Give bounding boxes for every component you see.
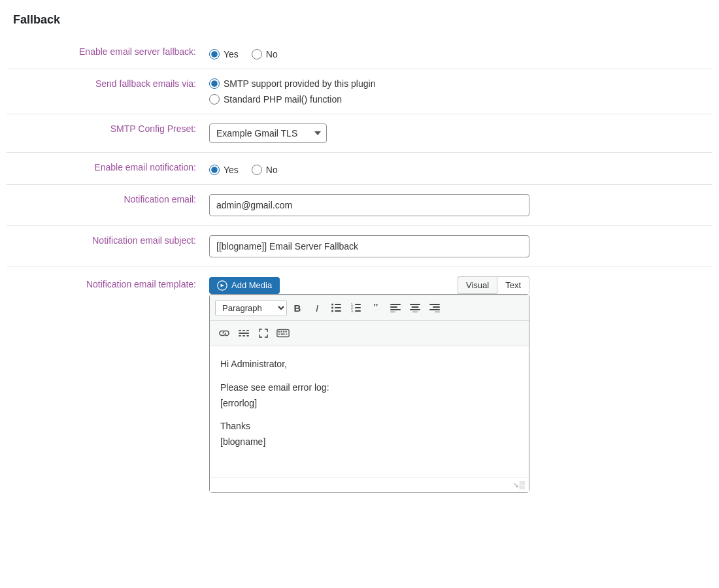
enable-fallback-no-radio[interactable] bbox=[252, 49, 262, 59]
svg-rect-16 bbox=[390, 312, 395, 312]
svg-rect-22 bbox=[433, 306, 440, 308]
enable-notification-label: Enable email notification: bbox=[94, 162, 196, 172]
enable-notification-yes-radio[interactable] bbox=[209, 165, 220, 175]
send-via-php[interactable]: Standard PHP mail() function bbox=[209, 94, 706, 105]
enable-fallback-yes[interactable]: Yes bbox=[209, 49, 239, 59]
content-line-1: Please see email error log:[errorlog] bbox=[220, 380, 518, 412]
enable-fallback-yes-label: Yes bbox=[224, 49, 239, 59]
send-via-group: SMTP support provided by this plugin Sta… bbox=[209, 78, 706, 105]
svg-rect-37 bbox=[278, 333, 280, 335]
editor-content[interactable]: Hi Administrator, Please see email error… bbox=[210, 346, 529, 477]
notification-email-input[interactable] bbox=[209, 194, 529, 216]
ul-icon bbox=[331, 303, 342, 312]
svg-rect-14 bbox=[390, 306, 397, 308]
notification-subject-label: Notification email subject: bbox=[92, 235, 196, 246]
notification-subject-input[interactable] bbox=[209, 235, 529, 257]
send-via-smtp[interactable]: SMTP support provided by this plugin bbox=[209, 78, 706, 89]
smtp-preset-select[interactable]: Example Gmail TLS bbox=[209, 123, 327, 143]
svg-rect-24 bbox=[435, 312, 440, 312]
toolbar-row1: Paragraph B I bbox=[210, 295, 529, 321]
ordered-list-button[interactable]: 1. 2. 3. bbox=[347, 299, 365, 316]
svg-rect-15 bbox=[390, 309, 401, 310]
svg-rect-27 bbox=[246, 330, 249, 331]
svg-rect-33 bbox=[278, 331, 280, 333]
link-icon bbox=[219, 329, 229, 338]
keyboard-icon bbox=[276, 329, 290, 338]
notification-template-row: Notification email template: Add Media V… bbox=[7, 267, 712, 502]
svg-rect-35 bbox=[283, 331, 284, 333]
align-left-icon bbox=[390, 303, 401, 312]
fullscreen-icon bbox=[258, 329, 269, 338]
link-button[interactable] bbox=[215, 325, 233, 342]
enable-notification-yes[interactable]: Yes bbox=[209, 165, 239, 175]
media-icon bbox=[217, 280, 227, 291]
send-via-php-label: Standard PHP mail() function bbox=[224, 94, 342, 105]
content-line-0: Hi Administrator, bbox=[220, 357, 518, 372]
svg-rect-18 bbox=[412, 306, 419, 308]
svg-rect-19 bbox=[410, 309, 420, 310]
enable-fallback-yes-radio[interactable] bbox=[209, 49, 220, 59]
send-via-row: Send fallback emails via: SMTP support p… bbox=[7, 69, 712, 114]
svg-rect-17 bbox=[410, 304, 420, 305]
svg-point-3 bbox=[331, 307, 333, 309]
svg-rect-32 bbox=[277, 330, 289, 337]
align-left-button[interactable] bbox=[386, 299, 405, 316]
svg-rect-23 bbox=[429, 309, 440, 310]
tab-text[interactable]: Text bbox=[497, 276, 529, 294]
smtp-preset-row: SMTP Config Preset: Example Gmail TLS bbox=[7, 114, 712, 153]
enable-notification-row: Enable email notification: Yes No bbox=[7, 153, 712, 185]
notification-email-row: Notification email: bbox=[7, 185, 712, 226]
svg-rect-31 bbox=[246, 335, 249, 336]
send-via-smtp-radio[interactable] bbox=[209, 78, 220, 89]
fullscreen-button[interactable] bbox=[254, 325, 273, 342]
add-media-label: Add Media bbox=[231, 280, 272, 290]
add-media-button[interactable]: Add Media bbox=[209, 277, 280, 294]
resize-handle[interactable]: ↘▒ bbox=[210, 477, 529, 492]
paragraph-select[interactable]: Paragraph bbox=[215, 300, 287, 316]
smtp-preset-label: SMTP Config Preset: bbox=[110, 123, 196, 134]
settings-form: Enable email server fallback: Yes No Sen… bbox=[7, 37, 712, 502]
enable-notification-no[interactable]: No bbox=[252, 165, 278, 175]
enable-fallback-no[interactable]: No bbox=[252, 49, 278, 59]
toolbar-row2 bbox=[210, 321, 529, 346]
svg-rect-26 bbox=[242, 330, 245, 331]
svg-rect-12 bbox=[355, 310, 361, 312]
svg-text:3.: 3. bbox=[351, 309, 354, 312]
blockquote-button[interactable]: " bbox=[367, 299, 385, 316]
page-title: Fallback bbox=[7, 13, 712, 27]
enable-fallback-row: Enable email server fallback: Yes No bbox=[7, 37, 712, 69]
enable-notification-group: Yes No bbox=[209, 162, 706, 175]
svg-rect-38 bbox=[280, 333, 284, 335]
send-via-label: Send fallback emails via: bbox=[95, 78, 196, 89]
enable-fallback-no-label: No bbox=[266, 49, 278, 59]
bold-button[interactable]: B bbox=[288, 299, 307, 316]
hr-button[interactable] bbox=[235, 325, 253, 342]
unordered-list-button[interactable] bbox=[327, 299, 346, 316]
svg-point-1 bbox=[331, 304, 333, 306]
send-via-php-radio[interactable] bbox=[209, 94, 220, 105]
svg-rect-6 bbox=[335, 310, 341, 312]
enable-notification-no-radio[interactable] bbox=[252, 165, 262, 175]
svg-rect-4 bbox=[335, 307, 341, 308]
ol-icon: 1. 2. 3. bbox=[351, 303, 361, 312]
svg-rect-10 bbox=[355, 307, 361, 308]
align-center-icon bbox=[410, 303, 420, 312]
svg-rect-8 bbox=[355, 304, 361, 305]
notification-subject-row: Notification email subject: bbox=[7, 226, 712, 267]
svg-rect-2 bbox=[335, 304, 341, 305]
editor-tabs: Visual Text bbox=[458, 276, 529, 294]
tab-visual[interactable]: Visual bbox=[458, 276, 497, 294]
italic-button[interactable]: I bbox=[308, 299, 326, 316]
svg-rect-30 bbox=[242, 335, 245, 336]
editor-wrapper: Paragraph B I bbox=[209, 294, 529, 493]
svg-rect-20 bbox=[412, 312, 418, 312]
enable-notification-no-label: No bbox=[266, 165, 278, 175]
align-right-button[interactable] bbox=[426, 299, 444, 316]
svg-rect-13 bbox=[390, 304, 401, 305]
keyboard-button[interactable] bbox=[274, 325, 292, 342]
enable-fallback-label: Enable email server fallback: bbox=[79, 46, 196, 57]
resize-icon: ↘▒ bbox=[512, 480, 525, 489]
svg-rect-29 bbox=[239, 335, 241, 336]
notification-email-label: Notification email: bbox=[124, 194, 197, 204]
align-center-button[interactable] bbox=[406, 299, 424, 316]
